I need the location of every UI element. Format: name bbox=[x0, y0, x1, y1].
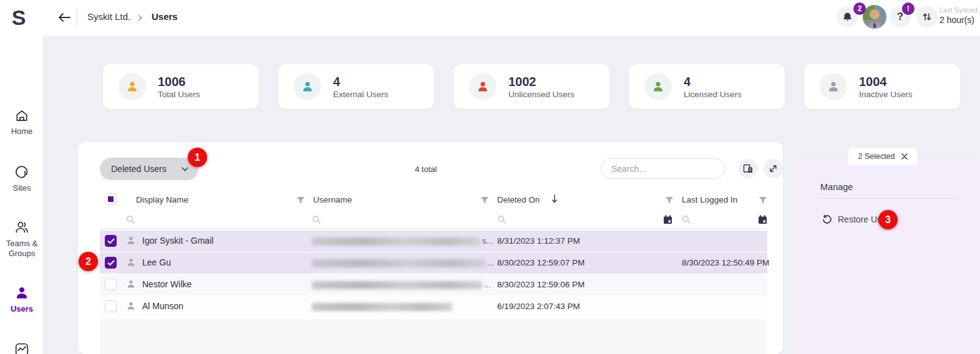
date-picker-icon[interactable] bbox=[758, 215, 767, 227]
annotation-badge-1: 1 bbox=[188, 148, 207, 167]
sites-icon bbox=[0, 165, 44, 179]
last-synced-label: Last Synced: bbox=[939, 6, 978, 15]
username-tail: s... bbox=[482, 236, 493, 246]
table-row[interactable]: Lee Gu ... 8/30/2023 12:59:07 PM 8/30/20… bbox=[100, 252, 767, 274]
avatar-photo bbox=[863, 5, 886, 29]
filter-icon[interactable] bbox=[665, 196, 674, 207]
display-name: Lee Gu bbox=[142, 257, 171, 267]
user-icon bbox=[126, 301, 136, 313]
table-row[interactable]: Igor Syskit - Gmail s... 8/31/2023 1:12:… bbox=[100, 231, 767, 252]
search-input[interactable] bbox=[611, 164, 724, 174]
column-chooser-icon bbox=[743, 164, 754, 174]
deleted-on-value: 8/30/2023 12:59:07 PM bbox=[497, 258, 585, 267]
filter-icon[interactable] bbox=[480, 196, 489, 207]
check-icon bbox=[107, 238, 115, 244]
sidebar-item-report[interactable]: Report bbox=[0, 342, 44, 354]
column-header-last-logged-in[interactable]: Last Logged In bbox=[682, 195, 737, 204]
notification-count-badge: 2 bbox=[853, 2, 866, 15]
stat-card-unlicensed-users[interactable]: 1002 Unlicensed Users bbox=[454, 64, 609, 109]
sidebar-item-teams-groups[interactable]: Teams & Groups bbox=[0, 220, 44, 258]
sidebar-item-sites[interactable]: Sites bbox=[0, 165, 44, 193]
table-body: Igor Syskit - Gmail s... 8/31/2023 1:12:… bbox=[100, 231, 767, 318]
stat-value: 1004 bbox=[859, 75, 913, 88]
expand-icon bbox=[769, 164, 778, 173]
row-checkbox-unchecked[interactable] bbox=[105, 279, 117, 290]
last-logged-in-value: 8/30/2023 12:50:49 PM bbox=[682, 258, 769, 267]
sidebar-label-sites: Sites bbox=[0, 183, 44, 193]
username-tail: ... bbox=[487, 258, 494, 267]
deleted-on-value: 8/30/2023 12:59:06 PM bbox=[497, 280, 585, 289]
display-name: Al Munson bbox=[142, 301, 183, 311]
table-search[interactable] bbox=[601, 158, 725, 179]
check-icon bbox=[107, 260, 115, 266]
breadcrumb-chevron-icon bbox=[138, 12, 143, 23]
bell-icon bbox=[842, 12, 853, 22]
sync-button[interactable] bbox=[916, 6, 938, 27]
select-all-checkbox[interactable] bbox=[105, 193, 117, 205]
question-icon: ? bbox=[897, 11, 903, 23]
manage-section-title: Manage bbox=[820, 182, 853, 192]
selection-tab: 2 Selected bbox=[848, 148, 917, 165]
table-row[interactable]: Nestor Wilke ... 8/30/2023 12:59:06 PM bbox=[100, 274, 767, 295]
annotation-badge-2: 2 bbox=[79, 252, 98, 271]
table-empty-area bbox=[100, 319, 767, 354]
person-icon bbox=[294, 73, 321, 100]
user-icon bbox=[126, 279, 136, 292]
sidebar-item-users[interactable]: Users bbox=[0, 285, 44, 314]
clear-selection-button[interactable] bbox=[901, 153, 908, 160]
sidebar-label-home: Home bbox=[0, 127, 44, 136]
breadcrumb-company[interactable]: Syskit Ltd. bbox=[87, 11, 130, 22]
user-avatar[interactable] bbox=[863, 5, 886, 29]
display-name: Igor Syskit - Gmail bbox=[142, 236, 213, 246]
home-icon bbox=[0, 109, 44, 123]
stat-value: 1006 bbox=[158, 75, 200, 88]
chevron-down-icon bbox=[182, 167, 188, 171]
column-chooser-button[interactable] bbox=[739, 159, 758, 178]
filter-search-icon[interactable] bbox=[682, 215, 691, 227]
user-icon bbox=[126, 257, 136, 270]
table-filter-row bbox=[100, 211, 767, 229]
display-name: Nestor Wilke bbox=[142, 279, 192, 289]
stat-card-licensed-users[interactable]: 4 Licensed Users bbox=[629, 64, 785, 109]
column-header-display-name[interactable]: Display Name bbox=[136, 195, 188, 204]
stats-cards-row: 1006 Total Users 4 External Users 1002 U… bbox=[103, 64, 960, 109]
report-icon bbox=[0, 342, 44, 354]
filter-icon[interactable] bbox=[759, 196, 767, 207]
sidebar-item-home[interactable]: Home bbox=[0, 109, 44, 136]
sort-desc-icon[interactable] bbox=[551, 194, 558, 206]
column-header-username[interactable]: Username bbox=[313, 195, 352, 204]
help-alert-badge: ! bbox=[902, 2, 915, 15]
expand-button[interactable] bbox=[764, 159, 783, 178]
indeterminate-mark bbox=[108, 196, 114, 202]
column-header-deleted-on[interactable]: Deleted On bbox=[497, 195, 540, 204]
close-icon bbox=[901, 153, 908, 160]
stat-label: Total Users bbox=[158, 90, 200, 99]
filter-icon[interactable] bbox=[296, 196, 305, 207]
topbar-divider bbox=[77, 8, 77, 27]
table-header: Display Name Username Deleted On Last Lo… bbox=[100, 192, 767, 209]
person-icon bbox=[644, 73, 672, 100]
username-tail: ... bbox=[484, 280, 491, 289]
deleted-on-value: 6/19/2023 2:07:43 PM bbox=[497, 302, 580, 311]
syskit-logo: S bbox=[6, 4, 31, 31]
stat-label: Licensed Users bbox=[684, 90, 742, 99]
view-selector-dropdown[interactable]: Deleted Users bbox=[100, 158, 198, 180]
app-root: S Syskit Ltd. Users 2 bbox=[0, 0, 980, 354]
filter-search-icon[interactable] bbox=[126, 215, 135, 227]
filter-search-icon[interactable] bbox=[312, 215, 321, 227]
filter-search-icon[interactable] bbox=[497, 215, 507, 227]
stat-card-external-users[interactable]: 4 External Users bbox=[278, 64, 434, 109]
back-button[interactable] bbox=[56, 9, 72, 26]
date-picker-icon[interactable] bbox=[663, 215, 672, 227]
username-redacted bbox=[312, 303, 452, 311]
row-checkbox-unchecked[interactable] bbox=[105, 300, 117, 312]
row-checkbox-checked[interactable] bbox=[105, 257, 117, 269]
table-row[interactable]: Al Munson 6/19/2023 2:07:43 PM bbox=[100, 296, 767, 317]
stat-value: 4 bbox=[684, 75, 742, 88]
sync-arrows-icon bbox=[922, 12, 932, 22]
stat-card-total-users[interactable]: 1006 Total Users bbox=[103, 64, 259, 109]
stat-card-inactive-users[interactable]: 1004 Inactive Users bbox=[804, 64, 960, 109]
selection-count: 2 Selected bbox=[858, 152, 895, 161]
stat-label: Unlicensed Users bbox=[508, 90, 575, 99]
row-checkbox-checked[interactable] bbox=[105, 235, 117, 247]
